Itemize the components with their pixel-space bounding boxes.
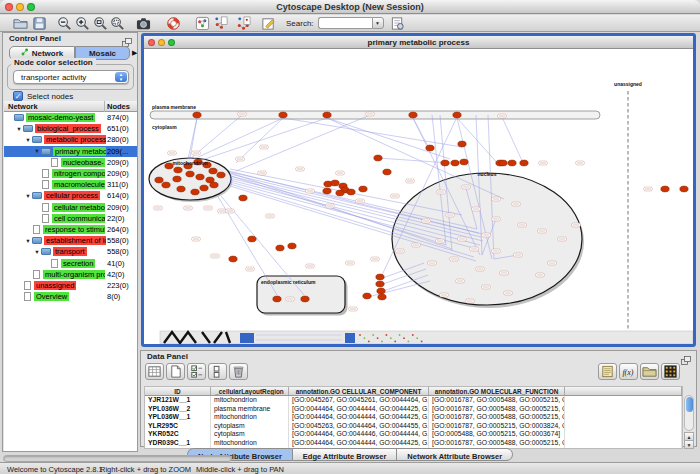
search-dropdown-button[interactable]: ▼ <box>372 17 384 29</box>
float-panel-icon[interactable] <box>121 34 133 45</box>
table-column-header[interactable]: _cellularLayoutRegion <box>211 387 289 395</box>
folder-icon <box>41 148 51 155</box>
tab-edge-attribute-browser[interactable]: Edge Attribute Browser <box>293 448 397 461</box>
status-zoom-hint: Right-click + drag to ZOOM <box>100 465 191 474</box>
tree-row[interactable]: nucleobase-209(0) <box>4 157 137 168</box>
tree-row[interactable]: nitrogen compo209(0) <box>4 168 137 179</box>
snapshot-camera-icon[interactable] <box>136 16 151 31</box>
attribute-table-header[interactable]: ID_cellularLayoutRegionannotation.GO CEL… <box>145 387 682 396</box>
file-icon <box>42 169 49 178</box>
expand-arrow-icon[interactable]: ▼ <box>33 148 41 154</box>
tree-row[interactable]: macromolecule311(0) <box>4 179 137 190</box>
check-page-button[interactable] <box>187 363 206 380</box>
expand-arrow-icon[interactable]: ▼ <box>24 193 32 199</box>
expand-arrow-icon[interactable]: ▼ <box>33 249 41 255</box>
expand-arrow-icon[interactable]: ▼ <box>24 238 32 244</box>
svg-text:cytoplasm: cytoplasm <box>152 124 177 130</box>
node-color-dropdown[interactable]: transporter activity ▲▼ <box>13 70 129 84</box>
small-boxes-button[interactable] <box>208 363 227 380</box>
trash-button[interactable] <box>229 363 248 380</box>
table-cell: [GO:0016787, GO:0005215, GO:0003824, G..… <box>429 422 565 431</box>
zoom-in-icon[interactable] <box>75 16 90 31</box>
table-row[interactable]: YPL036W__2plasma membrane[GO:0044464, GO… <box>145 405 682 414</box>
tree-row[interactable]: ▼establishment of lo558(0) <box>4 235 137 246</box>
tree-row-label: establishment of lo <box>44 236 106 245</box>
open-session-icon[interactable] <box>13 16 28 31</box>
table-cell <box>565 396 682 405</box>
network-tree-header[interactable]: Network Nodes <box>4 101 137 112</box>
tree-row[interactable]: cell communicat22(0) <box>4 213 137 224</box>
control-panel-title: Control Panel <box>9 34 61 43</box>
tree-row[interactable]: ▼metabolic process280(0) <box>4 134 137 145</box>
zoom-out-icon[interactable] <box>57 16 72 31</box>
table-column-header[interactable] <box>565 387 682 395</box>
table-cell: YDR039C__1 <box>145 439 211 448</box>
table-grid-button[interactable] <box>145 363 164 380</box>
zoom-fit-content-icon[interactable] <box>110 16 125 31</box>
network-window-titlebar[interactable]: primary metabolic process <box>144 36 693 49</box>
tree-row[interactable]: mosaic-demo-yeast874(0) <box>4 112 137 123</box>
table-cell <box>565 405 682 414</box>
network-canvas[interactable]: plasma membranecytoplasmmitochondrionnuc… <box>144 49 693 344</box>
svg-text:unassigned: unassigned <box>614 81 642 87</box>
tree-col-divider[interactable] <box>104 101 105 112</box>
search-input[interactable] <box>318 17 372 29</box>
table-scrollbar[interactable] <box>684 395 694 431</box>
table-row[interactable]: YPL036W__1mitochondrion[GO:0044464, GO:0… <box>145 413 682 422</box>
toolbar-icon-group-right <box>390 15 405 32</box>
select-nodes-checkbox[interactable]: ✓ <box>13 91 23 101</box>
scrollbar-thumb[interactable] <box>686 397 693 412</box>
tree-row-node-count: 223(0) <box>107 281 129 290</box>
table-column-header[interactable]: annotation.GO MOLECULAR_FUNCTION <box>429 387 565 395</box>
formula-button[interactable]: f(x) <box>619 363 638 380</box>
folder-open-button[interactable] <box>640 363 659 380</box>
expand-arrow-icon[interactable]: ▼ <box>24 137 32 143</box>
data-panel: Data Panel f(x) ID_cellularLayoutRegiona… <box>140 350 697 447</box>
table-cell: YPL036W__2 <box>145 405 211 414</box>
tree-row[interactable]: ▼primary metabo209(... <box>4 146 137 157</box>
table-row[interactable]: YKR052Ccytoplasm[GO:0044464, GO:0044446,… <box>145 430 682 439</box>
apply-layout-b-icon[interactable] <box>236 16 251 31</box>
search-options-icon[interactable] <box>390 16 405 31</box>
annotation-tool-icon[interactable] <box>261 16 276 31</box>
expand-arrow-icon[interactable]: ▼ <box>15 126 23 132</box>
tree-row[interactable]: response to stimulu264(0) <box>4 224 137 235</box>
file-icon <box>24 292 31 301</box>
tree-row-node-count: 22(0) <box>107 214 125 223</box>
visual-styles-icon[interactable] <box>195 16 210 31</box>
table-row[interactable]: YJR121W__1mitochondrion[GO:0045267, GO:0… <box>145 396 682 405</box>
tree-row-label: transport <box>53 247 87 256</box>
save-session-icon[interactable] <box>32 16 47 31</box>
table-column-header[interactable]: ID <box>145 387 211 395</box>
table-column-header[interactable]: annotation.GO CELLULAR_COMPONENT <box>289 387 429 395</box>
more-tabs-arrow-icon[interactable]: ▶ <box>132 49 137 57</box>
tree-row[interactable]: multi-organism pro42(0) <box>4 269 137 280</box>
node-color-selection-legend: Node color selection <box>11 58 96 67</box>
tree-row[interactable]: secretion41(0) <box>4 257 137 268</box>
tree-row[interactable]: ▼biological_process651(0) <box>4 123 137 134</box>
apply-layout-a-icon[interactable] <box>213 16 228 31</box>
float-data-panel-icon[interactable] <box>680 352 692 363</box>
new-page-button[interactable] <box>166 363 185 380</box>
notepad-button[interactable] <box>598 363 617 380</box>
table-cell <box>565 422 682 431</box>
tree-row[interactable]: cellular metabo209(0) <box>4 202 137 213</box>
table-row[interactable]: YDR039C__1mitochondrion[GO:0044464, GO:0… <box>145 439 682 448</box>
tree-row[interactable]: unassigned223(0) <box>4 280 137 291</box>
table-cell: [GO:0044464, GO:0044444, GO:0044425, G..… <box>289 405 429 414</box>
help-lifebuoy-icon[interactable] <box>166 16 181 31</box>
matrix-button[interactable] <box>661 363 680 380</box>
data-panel-title: Data Panel <box>147 352 188 361</box>
tree-row-node-count: 311(0) <box>107 180 128 189</box>
zoom-selected-region-icon[interactable] <box>93 16 108 31</box>
folder-icon <box>32 192 42 199</box>
tab-network-attribute-browser[interactable]: Network Attribute Browser <box>397 448 513 461</box>
tree-row[interactable]: ▼cellular process614(0) <box>4 190 137 201</box>
table-cell: plasma membrane <box>211 405 289 414</box>
tree-row-label: cell communicat <box>52 214 105 223</box>
tree-row[interactable]: ▼transport558(0) <box>4 246 137 257</box>
tree-row[interactable]: Overview8(0) <box>4 291 137 302</box>
tree-row-label: nucleobase- <box>61 158 105 167</box>
table-row[interactable]: YLR295Ccytoplasm[GO:0045263, GO:0044464,… <box>145 422 682 431</box>
tree-row-node-count: 558(0) <box>107 236 129 245</box>
